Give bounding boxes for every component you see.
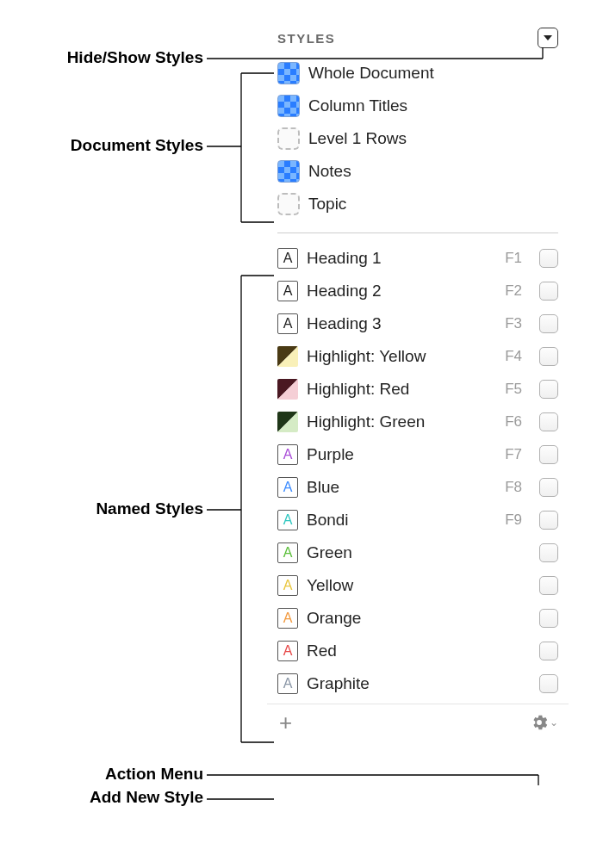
style-apply-checkbox[interactable] [539, 642, 558, 660]
dashed-icon [277, 193, 300, 215]
style-apply-checkbox[interactable] [539, 609, 558, 628]
named-style-row[interactable]: ARed [267, 635, 569, 667]
named-style-label: Purple [307, 445, 496, 464]
shortcut-key: F2 [505, 282, 522, 300]
checker-icon [277, 160, 300, 183]
annotation-action-menu: Action Menu [31, 765, 203, 784]
style-row-level-1-rows[interactable]: Level 1 Rows [267, 122, 569, 155]
named-style-row[interactable]: AHeading 3F3 [267, 307, 569, 340]
style-apply-checkbox[interactable] [539, 282, 558, 301]
named-style-row[interactable]: AOrange [267, 602, 569, 635]
annotation-named-styles: Named Styles [31, 499, 203, 518]
style-apply-checkbox[interactable] [539, 380, 558, 399]
letter-a-icon: A [277, 477, 298, 498]
action-menu-button[interactable]: ⌄ [531, 714, 558, 731]
named-style-row[interactable]: Highlight: GreenF6 [267, 406, 569, 438]
style-apply-checkbox[interactable] [539, 478, 558, 497]
chevron-down-icon: ⌄ [550, 716, 558, 728]
letter-a-icon: A [277, 608, 298, 629]
named-style-label: Graphite [307, 674, 531, 693]
named-style-row[interactable]: APurpleF7 [267, 438, 569, 471]
panel-footer: + ⌄ [267, 704, 569, 740]
annotation-add-new-style: Add New Style [31, 788, 203, 807]
style-apply-checkbox[interactable] [539, 314, 558, 333]
letter-a-icon: A [277, 281, 298, 301]
highlight-icon [277, 412, 298, 432]
style-label: Topic [308, 195, 558, 214]
shortcut-key: F6 [505, 413, 522, 431]
shortcut-key: F3 [505, 315, 522, 332]
named-style-row[interactable]: AYellow [267, 569, 569, 602]
shortcut-key: F4 [505, 348, 522, 365]
letter-a-icon: A [277, 313, 298, 334]
named-style-label: Heading 3 [307, 314, 496, 333]
style-apply-checkbox[interactable] [539, 511, 558, 530]
gear-icon [531, 714, 548, 731]
style-apply-checkbox[interactable] [539, 249, 558, 268]
named-style-row[interactable]: AGreen [267, 536, 569, 569]
style-label: Column Titles [308, 96, 558, 115]
dashed-icon [277, 127, 300, 150]
highlight-icon [277, 346, 298, 367]
named-style-label: Heading 2 [307, 282, 496, 301]
highlight-icon [277, 379, 298, 400]
shortcut-key: F7 [505, 446, 522, 463]
named-style-row[interactable]: AHeading 1F1 [267, 242, 569, 275]
letter-a-icon: A [277, 444, 298, 465]
style-row-notes[interactable]: Notes [267, 155, 569, 188]
checker-icon [277, 62, 300, 84]
named-style-label: Blue [307, 478, 496, 497]
annotation-hide-show: Hide/Show Styles [31, 48, 203, 67]
annotation-document-styles: Document Styles [31, 136, 203, 155]
style-apply-checkbox[interactable] [539, 576, 558, 595]
style-apply-checkbox[interactable] [539, 347, 558, 366]
style-apply-checkbox[interactable] [539, 412, 558, 431]
document-styles-section: Whole Document Column Titles Level 1 Row… [267, 55, 569, 224]
letter-a-icon: A [277, 248, 298, 269]
named-style-label: Red [307, 642, 531, 660]
named-style-label: Highlight: Yellow [307, 347, 496, 366]
style-label: Whole Document [308, 64, 558, 83]
letter-a-icon: A [277, 510, 298, 530]
shortcut-key: F1 [505, 250, 522, 267]
style-label: Level 1 Rows [308, 129, 558, 148]
checker-icon [277, 95, 300, 117]
named-style-label: Highlight: Green [307, 412, 496, 431]
add-new-style-button[interactable]: + [279, 711, 292, 734]
named-style-row[interactable]: AGraphite [267, 667, 569, 700]
named-styles-section: AHeading 1F1AHeading 2F2AHeading 3F3High… [267, 242, 569, 700]
named-style-label: Orange [307, 609, 531, 628]
style-row-topic[interactable]: Topic [267, 188, 569, 220]
shortcut-key: F8 [505, 479, 522, 496]
divider [277, 232, 558, 233]
style-apply-checkbox[interactable] [539, 445, 558, 464]
styles-header: STYLES [267, 21, 569, 55]
chevron-down-icon [543, 34, 553, 42]
styles-title: STYLES [277, 31, 335, 46]
style-label: Notes [308, 162, 558, 181]
style-apply-checkbox[interactable] [539, 543, 558, 562]
letter-a-icon: A [277, 673, 298, 694]
style-apply-checkbox[interactable] [539, 674, 558, 693]
named-style-row[interactable]: ABondiF9 [267, 504, 569, 536]
letter-a-icon: A [277, 575, 298, 596]
shortcut-key: F5 [505, 381, 522, 398]
named-style-row[interactable]: ABlueF8 [267, 471, 569, 504]
shortcut-key: F9 [505, 512, 522, 529]
named-style-row[interactable]: Highlight: RedF5 [267, 373, 569, 406]
letter-a-icon: A [277, 641, 298, 661]
named-style-row[interactable]: AHeading 2F2 [267, 275, 569, 307]
hide-show-styles-button[interactable] [538, 28, 558, 48]
named-style-label: Heading 1 [307, 249, 496, 268]
named-style-label: Highlight: Red [307, 380, 496, 399]
named-style-label: Green [307, 543, 531, 562]
style-row-column-titles[interactable]: Column Titles [267, 90, 569, 122]
style-row-whole-document[interactable]: Whole Document [267, 57, 569, 90]
styles-panel: STYLES Whole Document Column Titles Leve… [267, 21, 569, 740]
letter-a-icon: A [277, 542, 298, 563]
named-style-row[interactable]: Highlight: YellowF4 [267, 340, 569, 373]
named-style-label: Bondi [307, 511, 496, 530]
named-style-label: Yellow [307, 576, 531, 595]
